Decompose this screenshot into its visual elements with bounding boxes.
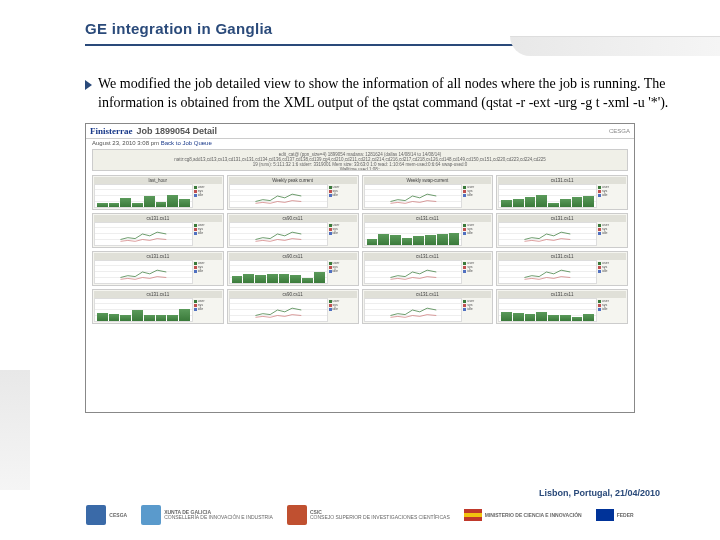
panel-legend: usersysidle (463, 298, 491, 322)
back-link[interactable]: Back to Job Queue (161, 140, 212, 146)
logo-box (86, 505, 106, 525)
panel-title: cs131.cs11 (94, 253, 222, 260)
panel-title: cs131.cs11 (364, 215, 492, 222)
panel-legend: usersysidle (194, 184, 222, 208)
panel-title: cs131.cs11 (498, 291, 626, 298)
panel-title: cs131.cs11 (364, 291, 492, 298)
footer-logos: CESGAXUNTA DE GALICIACONSELLERÍA DE INNO… (0, 498, 720, 526)
panel-legend: usersysidle (598, 184, 626, 208)
mini-chart (229, 184, 328, 208)
mini-chart (94, 260, 193, 284)
graph-panel: cs131.cs11usersysidle (92, 289, 224, 324)
mini-chart (364, 260, 463, 284)
graph-panel: last_hourusersysidle (92, 175, 224, 210)
panel-title: cs131.cs11 (498, 253, 626, 260)
job-detail-title: Job 1899054 Detail (136, 126, 217, 136)
flag-icon (464, 509, 482, 521)
mini-chart (498, 298, 597, 322)
mini-chart (364, 222, 463, 246)
mini-chart (498, 222, 597, 246)
graph-grid: last_hourusersysidleWeekly peak currentu… (86, 173, 634, 326)
mini-chart (229, 298, 328, 322)
graph-panel: cs90.cs11usersysidle (227, 251, 359, 286)
mini-chart (229, 222, 328, 246)
panel-legend: usersysidle (598, 298, 626, 322)
panel-legend: usersysidle (463, 184, 491, 208)
graph-panel: cs90.cs11usersysidle (227, 289, 359, 324)
mini-chart (364, 184, 463, 208)
panel-title: cs90.cs11 (229, 215, 357, 222)
panel-legend: usersysidle (194, 298, 222, 322)
sponsor-logo: XUNTA DE GALICIACONSELLERÍA DE INNOVACIÓ… (141, 504, 273, 526)
graph-panel: cs90.cs11usersysidle (227, 213, 359, 248)
sponsor-logo: FEDER (596, 504, 634, 526)
graph-panel: cs131.cs11usersysidle (362, 251, 494, 286)
graph-panel: cs131.cs11usersysidle (92, 213, 224, 248)
right-logo: CESGA (609, 128, 630, 134)
panel-legend: usersysidle (463, 260, 491, 284)
bullet-arrow-icon (85, 80, 92, 90)
mini-chart (498, 260, 597, 284)
eu-flag-icon (596, 509, 614, 521)
panel-legend: usersysidle (329, 260, 357, 284)
job-infobar: edit_cat@ (ppn_size=4) 1899054 madana: 1… (92, 149, 628, 171)
sponsor-logo: CESGA (86, 504, 127, 526)
panel-legend: usersysidle (329, 298, 357, 322)
mini-chart (229, 260, 328, 284)
graph-panel: Weekly peak currentusersysidle (227, 175, 359, 210)
panel-title: cs90.cs11 (229, 253, 357, 260)
body-paragraph: We modified the job detailed view to sho… (98, 75, 680, 113)
decor-left (0, 370, 30, 490)
panel-title: Weekly swap-current (364, 177, 492, 184)
brand-label: Finisterrae (90, 126, 132, 136)
panel-title: cs131.cs11 (364, 253, 492, 260)
graph-panel: cs131.cs11usersysidle (362, 213, 494, 248)
timestamp: August 23, 2010 3:08 pm (92, 140, 159, 146)
footer-location: Lisbon, Portugal, 21/04/2010 (0, 488, 720, 498)
logo-box (287, 505, 307, 525)
graph-panel: cs131.cs11usersysidle (496, 175, 628, 210)
sponsor-logo: CSICCONSEJO SUPERIOR DE INVESTIGACIONES … (287, 504, 450, 526)
logo-box (141, 505, 161, 525)
panel-title: Weekly peak current (229, 177, 357, 184)
graph-panel: cs131.cs11usersysidle (362, 289, 494, 324)
mini-chart (498, 184, 597, 208)
panel-legend: usersysidle (598, 222, 626, 246)
panel-title: cs131.cs11 (94, 291, 222, 298)
panel-title: cs90.cs11 (229, 291, 357, 298)
slide-title: GE integration in Ganglia (85, 20, 720, 37)
panel-title: cs131.cs11 (498, 177, 626, 184)
panel-legend: usersysidle (194, 260, 222, 284)
panel-legend: usersysidle (329, 184, 357, 208)
panel-legend: usersysidle (463, 222, 491, 246)
panel-title: cs131.cs11 (498, 215, 626, 222)
graph-panel: cs131.cs11usersysidle (496, 289, 628, 324)
info-line: Walltime used 1:08:: (95, 167, 625, 171)
panel-title: cs131.cs11 (94, 215, 222, 222)
graph-panel: cs131.cs11usersysidle (496, 213, 628, 248)
ganglia-screenshot: Finisterrae Job 1899054 Detail CESGA Aug… (85, 123, 635, 413)
mini-chart (94, 184, 193, 208)
sponsor-logo: MINISTERIO DE CIENCIA E INNOVACIÓN (464, 504, 582, 526)
mini-chart (364, 298, 463, 322)
graph-panel: cs131.cs11usersysidle (92, 251, 224, 286)
panel-legend: usersysidle (194, 222, 222, 246)
graph-panel: Weekly swap-currentusersysidle (362, 175, 494, 210)
mini-chart (94, 298, 193, 322)
panel-legend: usersysidle (598, 260, 626, 284)
graph-panel: cs131.cs11usersysidle (496, 251, 628, 286)
panel-legend: usersysidle (329, 222, 357, 246)
panel-title: last_hour (94, 177, 222, 184)
mini-chart (94, 222, 193, 246)
